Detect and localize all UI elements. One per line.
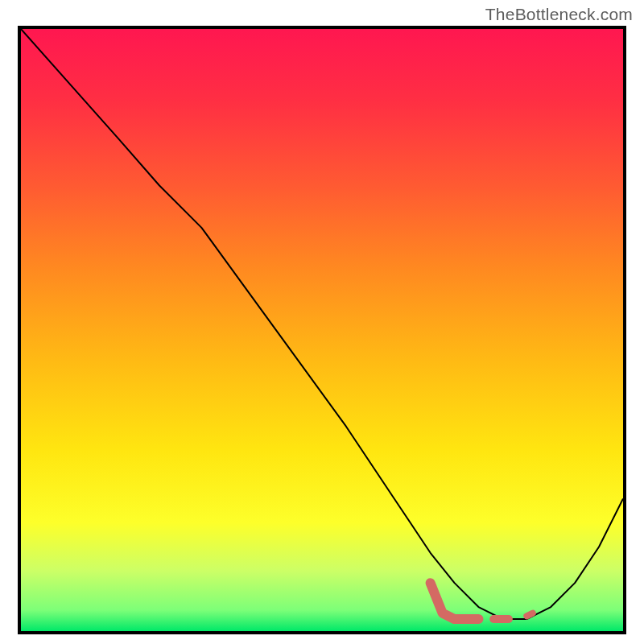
chart-curves [21, 29, 623, 631]
watermark-text: TheBottleneck.com [485, 5, 633, 24]
chart-plot-area [18, 26, 626, 634]
series-bottleneck-curve [21, 29, 623, 619]
series-highlight-dot [526, 613, 532, 617]
series-highlight-segment [431, 583, 479, 619]
